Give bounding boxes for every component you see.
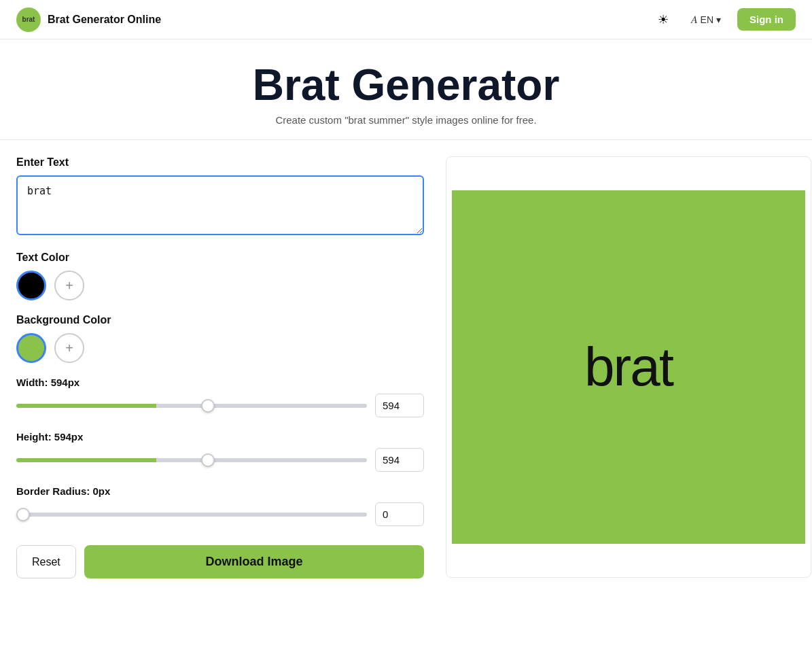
width-slider-row bbox=[16, 394, 424, 417]
controls-panel: Enter Text brat Text Color + Background … bbox=[16, 156, 424, 578]
reset-button[interactable]: Reset bbox=[16, 545, 76, 578]
header-right: ☀ 𝐴 EN ▾ Sign in bbox=[652, 8, 796, 31]
height-slider[interactable] bbox=[16, 458, 367, 462]
border-radius-section: Border Radius: 0px bbox=[16, 485, 424, 526]
bg-color-swatch[interactable] bbox=[16, 333, 46, 363]
brat-preview-image: brat bbox=[452, 190, 805, 544]
sun-icon: ☀ bbox=[658, 12, 669, 27]
add-bg-color-button[interactable]: + bbox=[54, 333, 84, 363]
lang-label: EN bbox=[701, 14, 713, 25]
add-text-color-button[interactable]: + bbox=[54, 271, 84, 300]
width-section: Width: 594px bbox=[16, 377, 424, 417]
header: brat Brat Generator Online ☀ 𝐴 EN ▾ Sign… bbox=[0, 0, 812, 39]
enter-text-label: Enter Text bbox=[16, 156, 424, 169]
border-radius-value-input[interactable] bbox=[375, 502, 424, 526]
text-color-row: + bbox=[16, 271, 424, 300]
border-radius-slider-row bbox=[16, 502, 424, 526]
logo-icon: brat bbox=[16, 7, 41, 32]
bg-color-section: Background Color + bbox=[16, 314, 424, 363]
hero-subtitle: Create custom "brat summer" style images… bbox=[11, 114, 801, 126]
text-color-swatch[interactable] bbox=[16, 271, 46, 300]
preview-area: brat bbox=[446, 156, 811, 578]
bg-color-row: + bbox=[16, 333, 424, 363]
main-layout: Enter Text brat Text Color + Background … bbox=[0, 140, 812, 595]
width-value-input[interactable] bbox=[375, 394, 424, 417]
height-value-input[interactable] bbox=[375, 448, 424, 472]
brat-preview-text: brat bbox=[584, 336, 673, 398]
text-color-label: Text Color bbox=[16, 252, 424, 264]
width-slider[interactable] bbox=[16, 404, 367, 408]
height-section: Height: 594px bbox=[16, 431, 424, 472]
bg-color-label: Background Color bbox=[16, 314, 424, 326]
theme-toggle-button[interactable]: ☀ bbox=[652, 8, 675, 31]
width-label: Width: 594px bbox=[16, 377, 424, 388]
download-button[interactable]: Download Image bbox=[84, 545, 424, 578]
text-color-section: Text Color + bbox=[16, 252, 424, 300]
border-radius-label: Border Radius: 0px bbox=[16, 485, 424, 497]
sign-in-button[interactable]: Sign in bbox=[737, 8, 796, 31]
site-title: Brat Generator Online bbox=[48, 14, 161, 26]
header-left: brat Brat Generator Online bbox=[16, 7, 161, 32]
translate-icon: 𝐴 bbox=[691, 14, 698, 26]
action-buttons: Reset Download Image bbox=[16, 545, 424, 578]
language-selector-button[interactable]: 𝐴 EN ▾ bbox=[684, 10, 728, 30]
height-slider-row bbox=[16, 448, 424, 472]
chevron-down-icon: ▾ bbox=[716, 14, 721, 25]
hero-section: Brat Generator Create custom "brat summe… bbox=[0, 39, 812, 140]
page-title: Brat Generator bbox=[11, 61, 801, 109]
border-radius-slider[interactable] bbox=[16, 513, 367, 517]
height-label: Height: 594px bbox=[16, 431, 424, 443]
text-input[interactable]: brat bbox=[16, 175, 424, 235]
